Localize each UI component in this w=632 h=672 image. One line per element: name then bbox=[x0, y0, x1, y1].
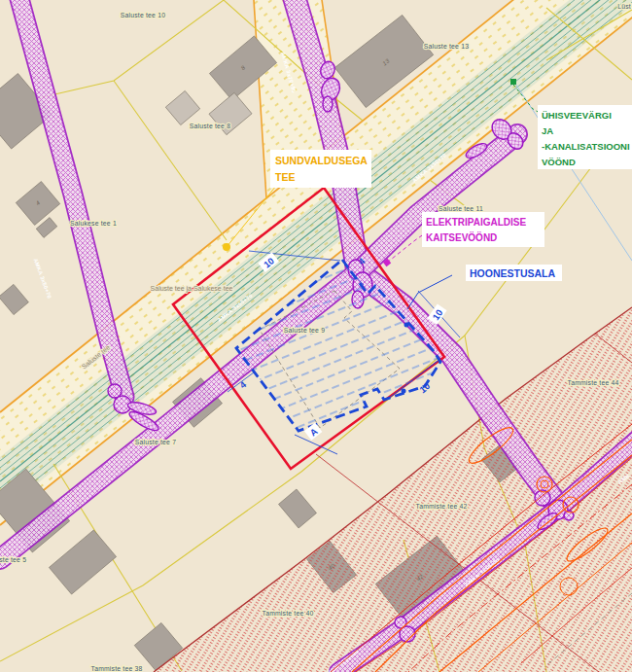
callout-line: SUNDVALDUSEGA bbox=[275, 155, 368, 166]
callout-line: VÖÖND bbox=[542, 157, 576, 167]
callout-line: ÜHISVEEVÄRGI bbox=[542, 110, 612, 121]
parcel-label: Saluste tee 11 bbox=[439, 205, 483, 212]
callout-sundvaldusega-tee: SUNDVALDUSEGA TEE bbox=[270, 150, 371, 188]
parcel-label: Saluste tee 7 bbox=[135, 439, 176, 445]
callout-line: JA bbox=[542, 125, 553, 136]
parcel-label: Tammiste tee 42 bbox=[416, 503, 468, 510]
water-anchor-point bbox=[510, 79, 516, 85]
parcel-label: Saluste tee 9 bbox=[284, 327, 325, 334]
callout-line: KAITSEVÖÖND bbox=[426, 231, 497, 243]
plan-map-stage: 8 13 4 1 4 42 40 bbox=[0, 0, 632, 672]
callout-hoonestusala: HOONESTUSALA bbox=[466, 265, 562, 281]
parcel-label: Saluste tee 5 bbox=[0, 556, 26, 563]
parcel-label: Saluste tee 10 bbox=[121, 12, 165, 18]
parcel-label: Saluste tee 8 bbox=[190, 123, 230, 129]
road-name-combined-label: Saluste tee ja Salukese tee bbox=[151, 285, 233, 293]
callout-elektripaigaldise-kaitsevoond: ELEKTRIPAIGALDISE KAITSEVÖÖND bbox=[422, 212, 544, 247]
callout-line: ELEKTRIPAIGALDISE bbox=[426, 217, 526, 228]
parcel-label: Saluste tee 13 bbox=[424, 43, 469, 50]
callout-line: TEE bbox=[275, 171, 295, 183]
callout-line: -KANALISATSIOONI bbox=[542, 141, 630, 152]
parcel-label: Tammiste tee 40 bbox=[263, 610, 314, 617]
parcel-label: Lüst bbox=[617, 3, 631, 10]
parcel-label: Tammiste tee 38 bbox=[91, 665, 143, 672]
callout-label: HOONESTUSALA bbox=[470, 267, 556, 279]
callout-uhisveevargi-voond: ÜHISVEEVÄRGI JA -KANALISATSIOONI VÖÖND bbox=[538, 105, 632, 169]
parcel-label: Tammiste tee 44 bbox=[568, 379, 619, 386]
plan-map-canvas[interactable]: 8 13 4 1 4 42 40 bbox=[0, 0, 632, 672]
parcel-label: Salukese tee 1 bbox=[70, 220, 117, 227]
